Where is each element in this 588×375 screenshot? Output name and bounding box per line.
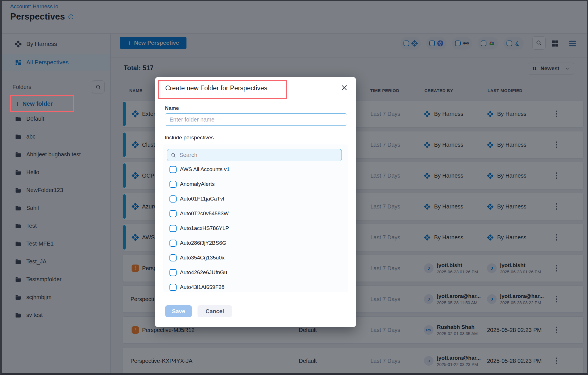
- perspective-search[interactable]: [167, 149, 342, 161]
- checkbox[interactable]: [169, 254, 177, 261]
- perspective-option[interactable]: Auto43l1Af659F28: [163, 280, 348, 292]
- perspective-option[interactable]: Auto354Crj135u0x: [163, 250, 348, 265]
- perspective-option-label: Auto1acxHS786YLP: [180, 225, 229, 231]
- perspective-search-input[interactable]: [179, 152, 338, 159]
- perspective-option-label: AWS All Accounts v1: [180, 166, 230, 172]
- perspective-option-label: Auto01F11jaCaTvl: [180, 196, 224, 202]
- perspective-option[interactable]: Auto4262e6JUfnGu: [163, 265, 348, 280]
- save-button[interactable]: Save: [165, 305, 192, 317]
- perspective-option[interactable]: AWS All Accounts v1: [163, 162, 348, 177]
- perspective-option-label: AnomalyAlerts: [180, 181, 215, 187]
- annotation-box-new-folder: [10, 95, 74, 112]
- perspective-checkbox-list: AWS All Accounts v1 AnomalyAlerts Auto01…: [163, 162, 348, 292]
- perspective-option[interactable]: Auto1acxHS786YLP: [163, 221, 348, 236]
- perspective-option[interactable]: Auto286i3jY2BS6G: [163, 236, 348, 250]
- close-button[interactable]: [340, 84, 348, 91]
- checkbox[interactable]: [169, 240, 177, 247]
- perspective-option-label: Auto0T2c0v54583W: [180, 210, 229, 217]
- search-icon: [171, 152, 176, 158]
- perspective-option[interactable]: Auto0T2c0v54583W: [163, 206, 348, 221]
- checkbox[interactable]: [169, 181, 177, 188]
- perspective-option[interactable]: Auto01F11jaCaTvl: [163, 191, 348, 206]
- create-folder-modal: Create new Folder for Perspectives Name …: [155, 77, 356, 327]
- checkbox[interactable]: [169, 195, 177, 203]
- folder-name-input[interactable]: [165, 113, 347, 126]
- checkbox[interactable]: [169, 284, 177, 291]
- include-perspectives-label: Include perspectives: [165, 135, 214, 141]
- checkbox[interactable]: [169, 210, 177, 217]
- perspective-option-label: Auto43l1Af659F28: [180, 284, 224, 290]
- folder-name-label: Name: [165, 105, 179, 111]
- cancel-button[interactable]: Cancel: [198, 305, 232, 317]
- perspective-picker-panel: AWS All Accounts v1 AnomalyAlerts Auto01…: [163, 144, 348, 292]
- perspective-option-label: Auto4262e6JUfnGu: [180, 269, 227, 276]
- perspective-option-label: Auto354Crj135u0x: [180, 255, 224, 261]
- annotation-box-modal-title: [158, 80, 287, 99]
- perspective-option[interactable]: AnomalyAlerts: [163, 177, 348, 191]
- checkbox[interactable]: [169, 225, 177, 232]
- checkbox[interactable]: [169, 166, 177, 173]
- perspective-option-label: Auto286i3jY2BS6G: [180, 240, 226, 246]
- close-icon: [340, 84, 348, 91]
- checkbox[interactable]: [169, 269, 177, 276]
